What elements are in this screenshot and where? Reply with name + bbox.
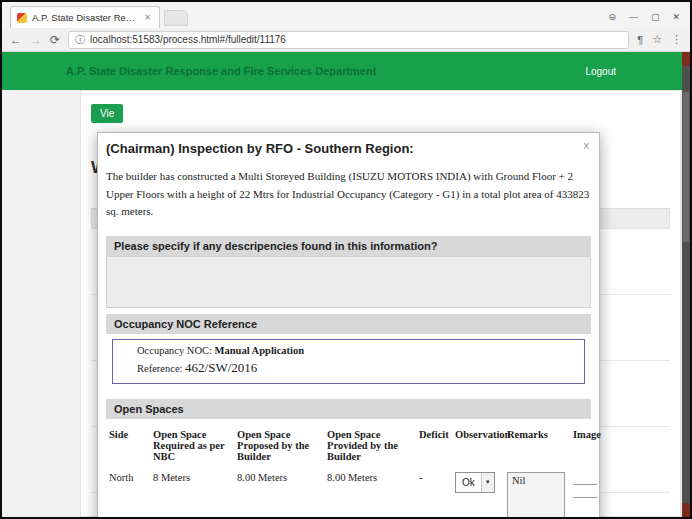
app-title: A.P. State Disaster Response and Fire Se… xyxy=(66,65,376,77)
scroll-up-arrow[interactable] xyxy=(682,52,690,66)
window-controls: ⊖ — ▢ ✕ xyxy=(608,12,690,28)
url-input[interactable]: ⓘ localhost:51583/process.html#/fulledit… xyxy=(68,31,629,49)
refresh-icon[interactable]: ⟳ xyxy=(50,33,60,47)
occupancy-noc-value: Manual Application xyxy=(215,345,305,356)
addressbar-right: ¶ ☆ ⋮ xyxy=(637,33,682,46)
menu-icon[interactable]: ⋮ xyxy=(671,33,682,46)
observation-select[interactable]: Ok▾ xyxy=(455,472,495,493)
minimize-icon[interactable]: — xyxy=(629,12,638,22)
observation-value: Ok xyxy=(456,473,481,492)
open-space-row-north: North 8 Meters 8.00 Meters 8.00 Meters -… xyxy=(106,464,610,519)
col-header-image: Image xyxy=(570,423,610,464)
tab-close-icon[interactable]: ✕ xyxy=(142,13,153,22)
open-spaces-header-row: Side Open Space Required as per NBC Open… xyxy=(106,423,610,464)
col-header-side: Side xyxy=(106,423,150,464)
builder-description: The builder has constructed a Multi Stor… xyxy=(106,168,591,221)
col-header-deficit: Deficit xyxy=(416,423,452,464)
open-spaces-table: Side Open Space Required as per NBC Open… xyxy=(106,423,610,519)
remarks-textarea[interactable]: Nil xyxy=(507,472,565,519)
col-header-required: Open Space Required as per NBC xyxy=(150,423,234,464)
browser-window: A.P. State Disaster Respo ✕ ⊖ — ▢ ✕ ← → … xyxy=(0,0,692,519)
scrollbar-thumb[interactable] xyxy=(683,92,689,242)
provided-cell: 8.00 Meters xyxy=(324,464,416,519)
page-content: A.P. State Disaster Response and Fire Se… xyxy=(2,52,690,517)
info-icon[interactable]: ⓘ xyxy=(75,33,85,47)
reference-line: Reference: 462/SW/2016 xyxy=(137,360,574,376)
open-spaces-section-header: Open Spaces xyxy=(106,399,591,419)
col-header-proposed: Open Space Proposed by the Builder xyxy=(234,423,324,464)
extension-icon[interactable]: ¶ xyxy=(637,34,643,46)
side-cell: North xyxy=(106,464,150,519)
col-header-remarks: Remarks xyxy=(504,423,570,464)
bookmark-star-icon[interactable]: ☆ xyxy=(652,33,662,46)
discrepancy-textarea[interactable] xyxy=(106,256,591,308)
maximize-icon[interactable]: ▢ xyxy=(651,12,660,22)
chevron-down-icon: ▾ xyxy=(481,473,494,492)
app-header: A.P. State Disaster Response and Fire Se… xyxy=(2,52,690,90)
browser-tab[interactable]: A.P. State Disaster Respo ✕ xyxy=(10,6,160,28)
site-favicon xyxy=(17,13,27,23)
logout-link[interactable]: Logout xyxy=(585,66,616,77)
forward-icon[interactable]: → xyxy=(30,33,42,47)
image-placeholder[interactable] xyxy=(573,484,607,498)
new-tab-button[interactable] xyxy=(164,10,188,26)
col-header-observation: Observation xyxy=(452,423,504,464)
tab-title: A.P. State Disaster Respo xyxy=(32,12,137,23)
col-header-provided: Open Space Provided by the Builder xyxy=(324,423,416,464)
url-text: localhost:51583/process.html#/fulledit/1… xyxy=(90,34,286,45)
address-bar: ← → ⟳ ⓘ localhost:51583/process.html#/fu… xyxy=(2,28,690,52)
occupancy-noc-section-header: Occupancy NOC Reference xyxy=(106,314,591,334)
occupancy-noc-box: Occupancy NOC: Manual Application Refere… xyxy=(112,339,585,384)
close-icon[interactable]: ✕ xyxy=(672,12,680,22)
back-icon[interactable]: ← xyxy=(10,33,22,47)
discrepancy-prompt: Please specify if any descripencies foun… xyxy=(106,236,591,256)
proposed-cell: 8.00 Meters xyxy=(234,464,324,519)
deficit-cell: - xyxy=(416,464,452,519)
occupancy-noc-line: Occupancy NOC: Manual Application xyxy=(137,345,574,356)
modal-close-icon[interactable]: x xyxy=(584,139,590,151)
modal-title: (Chairman) Inspection by RFO - Southern … xyxy=(106,141,591,156)
inspection-modal: (Chairman) Inspection by RFO - Southern … xyxy=(97,132,600,519)
reference-label: Reference: xyxy=(137,363,182,374)
required-cell: 8 Meters xyxy=(150,464,234,519)
scroll-down-arrow[interactable] xyxy=(682,503,690,517)
view-button[interactable]: Vie xyxy=(91,104,123,123)
profile-icon[interactable]: ⊖ xyxy=(608,12,616,22)
page-scrollbar[interactable] xyxy=(682,52,690,517)
browser-titlebar: A.P. State Disaster Respo ✕ ⊖ — ▢ ✕ xyxy=(2,2,690,28)
occupancy-noc-label: Occupancy NOC: xyxy=(137,345,212,356)
reference-value: 462/SW/2016 xyxy=(185,360,257,375)
